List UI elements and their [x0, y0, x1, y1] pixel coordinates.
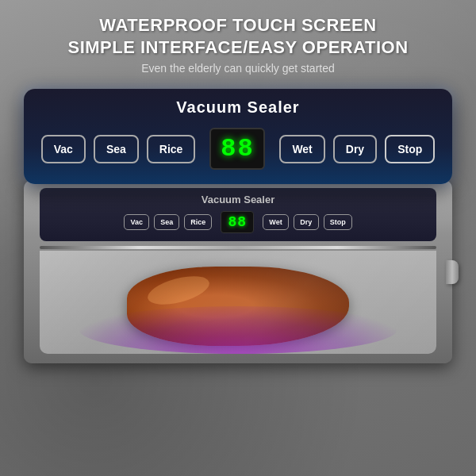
small-digit: 88: [228, 214, 248, 230]
main-title: WATERPROOF TOUCH SCREEN SIMPLE INTERFACE…: [16, 14, 460, 58]
large-digit: 88: [221, 134, 254, 163]
vac-button-large[interactable]: Vac: [41, 135, 86, 163]
wet-button-small[interactable]: Wet: [263, 214, 288, 230]
stop-button-large[interactable]: Stop: [385, 135, 435, 163]
small-panel-title: Vacuum Sealer: [49, 194, 427, 205]
large-panel-title: Vacuum Sealer: [40, 98, 436, 117]
rice-button-large[interactable]: Rice: [147, 135, 196, 163]
title-line1: WATERPROOF TOUCH SCREEN: [99, 15, 376, 35]
device-knob: [446, 260, 459, 284]
device-body: Vacuum Sealer Vac Sea Rice 88 Wet Dry St…: [24, 180, 452, 363]
sealing-strip: [40, 246, 436, 249]
small-digital-display: 88: [221, 211, 254, 233]
vac-button-small[interactable]: Vac: [124, 214, 149, 230]
wet-button-large[interactable]: Wet: [279, 135, 324, 163]
title-line2: SIMPLE INTERFACE/EASY OPERATION: [67, 37, 408, 57]
food-bag-area: [40, 251, 436, 354]
small-control-panel: Vacuum Sealer Vac Sea Rice 88 Wet Dry St…: [40, 188, 436, 241]
dry-button-large[interactable]: Dry: [333, 135, 377, 163]
small-button-row: Vac Sea Rice 88 Wet Dry Stop: [49, 211, 427, 233]
stop-button-small[interactable]: Stop: [324, 214, 352, 230]
sea-button-large[interactable]: Sea: [94, 135, 139, 163]
page-container: WATERPROOF TOUCH SCREEN SIMPLE INTERFACE…: [0, 0, 476, 476]
sub-title: Even the elderly can quickly get started: [16, 62, 460, 75]
device-body-container: Vacuum Sealer Vac Sea Rice 88 Wet Dry St…: [24, 180, 452, 363]
large-button-row: Vac Sea Rice 88 Wet Dry Stop: [40, 128, 436, 170]
dry-button-small[interactable]: Dry: [294, 214, 319, 230]
large-control-panel: Vacuum Sealer Vac Sea Rice 88 Wet Dry St…: [24, 89, 452, 184]
rice-button-small[interactable]: Rice: [184, 214, 212, 230]
header-section: WATERPROOF TOUCH SCREEN SIMPLE INTERFACE…: [0, 0, 476, 81]
sea-button-small[interactable]: Sea: [154, 214, 179, 230]
large-digital-display: 88: [209, 128, 265, 170]
bag-plastic-sheen: [40, 251, 436, 354]
